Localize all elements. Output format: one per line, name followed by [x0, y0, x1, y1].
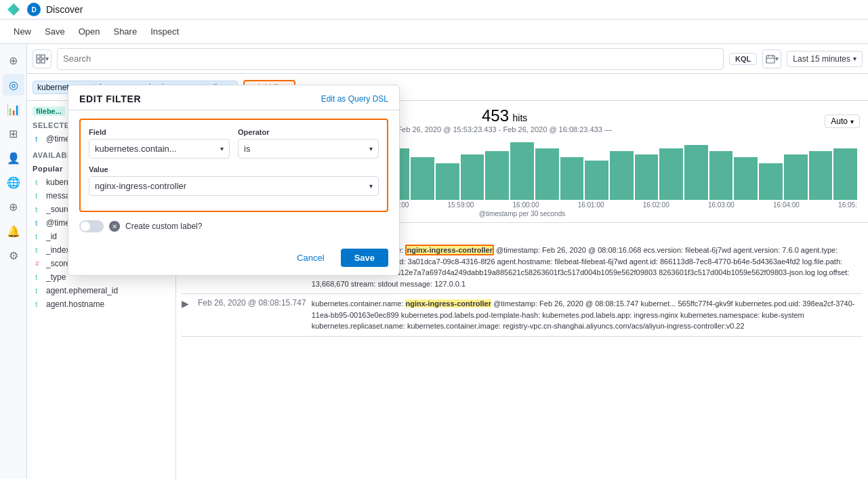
sidebar-icon-globe[interactable]: 🌐: [3, 171, 24, 193]
field-type-icon: t: [35, 287, 42, 295]
value-label: Value: [89, 165, 379, 173]
form-group-value: Value nginx-ingress-controller ▾: [89, 165, 379, 196]
axis-label: 16:02:00: [643, 201, 669, 209]
sidebar-icon-grid[interactable]: ⊞: [3, 123, 24, 144]
field-name: agent.ephemeral_id: [46, 286, 118, 295]
chart-bar: [535, 148, 559, 200]
menu-new[interactable]: New: [8, 24, 37, 39]
field-type-icon: t: [35, 220, 42, 227]
form-section: Field kubernetes.contain... ▾ Operator i…: [79, 119, 388, 212]
auto-label: Auto: [831, 117, 848, 126]
modal-header: EDIT FILTER Edit as Query DSL: [68, 85, 399, 110]
menu-bar: New Save Open Share Inspect: [0, 20, 868, 44]
chart-bar: [684, 145, 708, 200]
cancel-button[interactable]: Cancel: [286, 249, 335, 267]
result-source: kubernetes.container.name: nginx-ingress…: [312, 298, 863, 332]
axis-label: 15:59:00: [447, 201, 474, 209]
field-name: _id: [46, 232, 57, 241]
field-name: _type: [46, 272, 66, 282]
form-group-field: Field kubernetes.contain... ▾: [89, 128, 230, 159]
field-label: Field: [89, 128, 230, 136]
chart-date-range: Feb 26, 2020 @ 15:53:23.433 - Feb 26, 20…: [397, 125, 612, 133]
table-row: ▶ Feb 26, 2020 @ 08:08:15.747 kubernetes…: [182, 294, 863, 337]
custom-label-row: ✕ Create custom label?: [79, 220, 388, 232]
menu-save[interactable]: Save: [39, 24, 70, 39]
axis-label: 16:03:00: [708, 201, 735, 209]
field-select[interactable]: kubernetes.contain... ▾: [89, 139, 230, 159]
form-row-value: Value nginx-ingress-controller ▾: [89, 165, 379, 196]
chevron-down-icon: ▾: [853, 55, 856, 62]
chart-bar: [411, 157, 434, 200]
chart-bar: [759, 163, 783, 200]
field-type-icon: t: [35, 179, 42, 186]
operator-select-value: is: [244, 144, 369, 154]
time-picker-label: Last 15 minutes: [793, 54, 850, 64]
app-logo: [5, 1, 22, 18]
field-type-icon: #: [35, 260, 42, 268]
top-bar: D Discover: [0, 0, 868, 20]
menu-open[interactable]: Open: [73, 24, 106, 39]
menu-share[interactable]: Share: [108, 24, 142, 39]
menu-inspect[interactable]: Inspect: [145, 24, 184, 39]
search-input[interactable]: [63, 54, 718, 64]
chart-bar: [560, 157, 584, 200]
chart-bar: [833, 148, 857, 200]
axis-label: 16:05:: [838, 201, 857, 209]
custom-label-x-icon[interactable]: ✕: [109, 221, 120, 232]
sidebar-icon-home[interactable]: ⊕: [3, 49, 24, 71]
chart-bar: [635, 154, 659, 200]
field-item-ephemeral[interactable]: t agent.ephemeral_id: [33, 284, 170, 297]
modal-title: EDIT FILTER: [79, 93, 141, 104]
value-select[interactable]: nginx-ingress-controller ▾: [89, 176, 379, 196]
sidebar-icon-alert[interactable]: 🔔: [3, 220, 24, 242]
field-select-value: kubernetes.contain...: [95, 144, 220, 154]
hits-count: 453: [482, 106, 509, 125]
result-timestamp: Feb 26, 2020 @ 08:08:15.747: [198, 298, 306, 308]
chart-bar: [784, 154, 808, 200]
operator-label: Operator: [238, 128, 379, 136]
chart-bar: [461, 154, 484, 200]
field-item-hostname[interactable]: t agent.hostname: [33, 297, 170, 311]
kql-badge[interactable]: KQL: [729, 53, 757, 65]
chevron-down-icon: ▾: [369, 145, 373, 152]
chart-bar: [610, 151, 634, 200]
calendar-icon[interactable]: ▾: [762, 49, 781, 68]
sidebar-icon-layers[interactable]: ⊕: [3, 196, 24, 217]
search-input-wrapper[interactable]: [57, 48, 724, 70]
sidebar-icon-person[interactable]: 👤: [3, 147, 24, 169]
chart-bar: [510, 142, 534, 200]
avatar: D: [27, 3, 41, 16]
form-row-field-operator: Field kubernetes.contain... ▾ Operator i…: [89, 128, 379, 159]
modal-body: Field kubernetes.contain... ▾ Operator i…: [68, 110, 399, 243]
svg-rect-3: [41, 60, 45, 63]
modal-footer: Cancel Save: [68, 243, 399, 275]
field-type-icon: t: [35, 136, 42, 143]
field-name: _score: [46, 259, 70, 268]
expand-icon[interactable]: ▶: [182, 298, 192, 309]
index-pattern-icon[interactable]: ▾: [33, 49, 51, 68]
operator-select[interactable]: is ▾: [238, 139, 379, 159]
custom-label-toggle[interactable]: [79, 220, 104, 232]
sidebar-icon-settings[interactable]: ⚙: [3, 245, 24, 266]
chevron-down-icon: ▾: [850, 118, 854, 125]
time-picker[interactable]: Last 15 minutes ▾: [787, 51, 863, 67]
chart-bar: [734, 157, 758, 200]
toggle-knob: [81, 222, 90, 231]
auto-select[interactable]: Auto ▾: [825, 114, 860, 128]
field-type-icon: t: [35, 192, 42, 200]
save-button[interactable]: Save: [341, 249, 388, 267]
field-type-icon: t: [35, 274, 42, 281]
sidebar-icon-charts[interactable]: 📊: [3, 98, 24, 120]
field-name: agent.hostname: [46, 299, 104, 309]
field-type-icon: t: [35, 301, 42, 308]
sidebar-icon-discover[interactable]: ◎: [3, 74, 24, 96]
chevron-down-icon: ▾: [220, 145, 224, 152]
chart-hits: 453 hits: [397, 106, 612, 125]
field-type-icon: t: [35, 233, 42, 241]
page-title: Discover: [46, 4, 83, 15]
field-name: _index: [46, 245, 70, 255]
chart-bar: [659, 148, 683, 200]
axis-label: 16:04:00: [773, 201, 800, 209]
search-bar: ▾ KQL ▾ Last 15 minutes ▾: [27, 44, 868, 74]
edit-as-query-dsl-link[interactable]: Edit as Query DSL: [321, 94, 388, 104]
